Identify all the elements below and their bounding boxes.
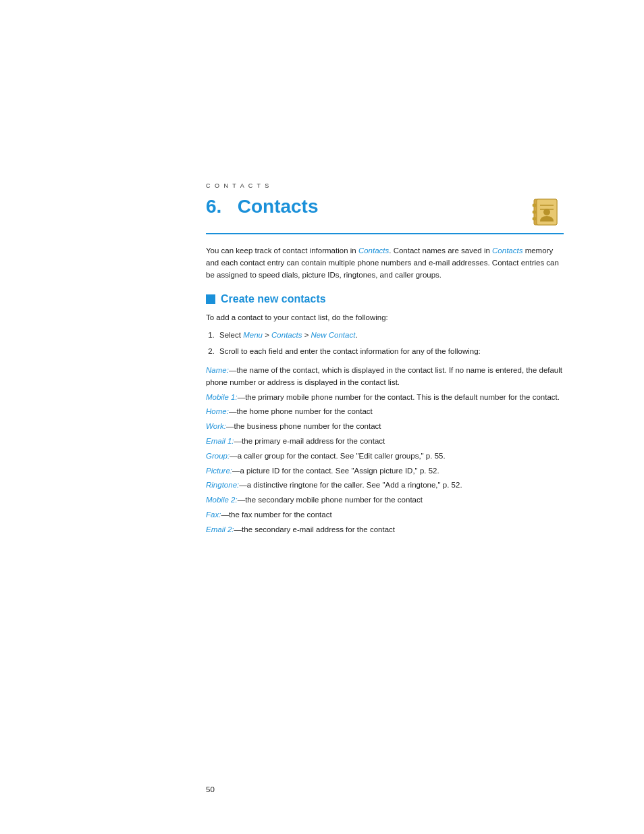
content-area: C o n t a c t s 6. Contacts <box>206 182 564 539</box>
chapter-name: Contacts <box>238 196 319 217</box>
contacts-icon <box>530 197 564 228</box>
page-number: 50 <box>206 785 215 793</box>
breadcrumb: C o n t a c t s <box>206 182 564 189</box>
field-picture: Picture:—a picture ID for the contact. S… <box>206 465 564 477</box>
field-mobile2: Mobile 2:—the secondary mobile phone num… <box>206 494 564 506</box>
fields-list: Name:—the name of the contact, which is … <box>206 365 564 536</box>
section-title: Create new contacts <box>221 293 326 305</box>
menu-link[interactable]: Menu <box>243 331 263 339</box>
field-fax: Fax:—the fax number for the contact <box>206 509 564 521</box>
chapter-header: 6. Contacts <box>206 196 564 234</box>
field-email1: Email 1:—the primary e-mail address for … <box>206 436 564 448</box>
svg-rect-5 <box>533 204 536 207</box>
field-work: Work:—the business phone number for the … <box>206 421 564 433</box>
contacts-link-2[interactable]: Contacts <box>492 246 522 255</box>
field-name: Name:—the name of the contact, which is … <box>206 365 564 389</box>
field-mobile1: Mobile 1:—the primary mobile phone numbe… <box>206 392 564 404</box>
contacts-link-1[interactable]: Contacts <box>358 246 389 255</box>
steps-list: Select Menu > Contacts > New Contact. Sc… <box>217 330 564 358</box>
section-square-icon <box>206 294 215 304</box>
field-home: Home:—the home phone number for the cont… <box>206 406 564 418</box>
step-2: Scroll to each field and enter the conta… <box>217 346 564 358</box>
chapter-title: 6. Contacts <box>206 196 319 217</box>
chapter-title-group: 6. Contacts <box>206 196 319 217</box>
field-ringtone: Ringtone:—a distinctive ringtone for the… <box>206 479 564 492</box>
section-intro: To add a contact to your contact list, d… <box>206 312 564 324</box>
section-heading: Create new contacts <box>206 293 564 305</box>
chapter-number: 6. <box>206 196 221 217</box>
svg-rect-7 <box>533 217 536 220</box>
field-email2: Email 2:—the secondary e-mail address fo… <box>206 524 564 536</box>
svg-rect-6 <box>533 211 536 213</box>
svg-point-4 <box>543 209 550 215</box>
field-group: Group:—a caller group for the contact. S… <box>206 450 564 463</box>
intro-paragraph: You can keep track of contact informatio… <box>206 245 564 281</box>
new-contact-link[interactable]: New Contact <box>311 331 356 339</box>
step-1: Select Menu > Contacts > New Contact. <box>217 330 564 342</box>
page: C o n t a c t s 6. Contacts <box>0 0 644 834</box>
contacts-link-3[interactable]: Contacts <box>271 331 302 339</box>
